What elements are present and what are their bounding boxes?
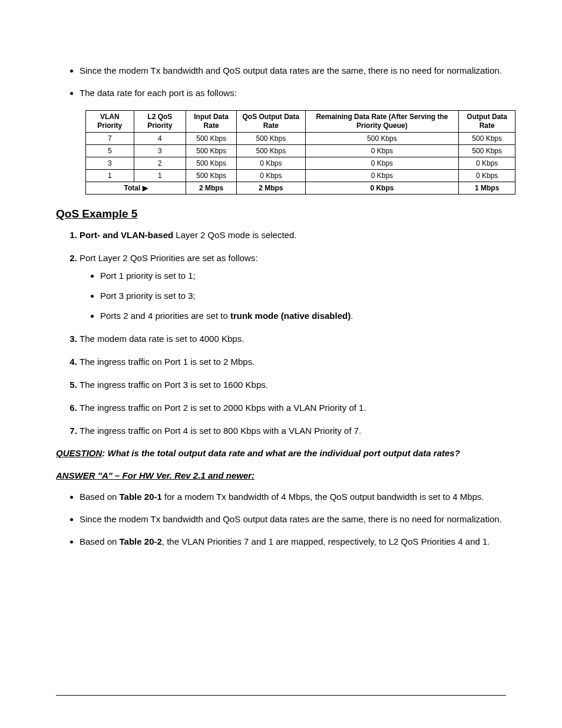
text-bold: Port- and VLAN-based [80, 230, 173, 240]
table-total-row: Total ▶ 2 Mbps 2 Mbps 0 Kbps 1 Mbps [86, 182, 515, 194]
cell: 1 [134, 169, 186, 182]
cell: 0 Kbps [237, 157, 305, 169]
text-bold: trunk mode (native disabled) [230, 311, 351, 321]
bullet-item: Since the modem Tx bandwidth and QoS out… [80, 513, 506, 525]
cell: 0 Kbps [305, 169, 459, 182]
total-cell: 0 Kbps [305, 182, 459, 194]
cell: 0 Kbps [305, 144, 459, 157]
col-remaining-rate: Remaining Data Rate (After Serving the P… [305, 110, 459, 132]
col-output-rate: Output Data Rate [459, 110, 515, 132]
cell: 0 Kbps [459, 169, 515, 182]
cell: 3 [134, 144, 186, 157]
text: Ports 2 and 4 priorities are set to [100, 311, 230, 321]
total-label: Total ▶ [86, 182, 186, 194]
answer-heading: ANSWER "A" – For HW Ver. Rev 2.1 and new… [56, 470, 506, 480]
table-row: 3 2 500 Kbps 0 Kbps 0 Kbps 0 Kbps [86, 157, 515, 169]
cell: 500 Kbps [237, 132, 305, 144]
total-cell: 1 Mbps [459, 182, 515, 194]
text: . [351, 311, 353, 321]
cell: 0 Kbps [305, 157, 459, 169]
col-vlan-priority: VLAN Priority [86, 110, 134, 132]
text-bold: Table 20-2 [120, 536, 162, 546]
top-bullet-list: Since the modem Tx bandwidth and QoS out… [80, 65, 506, 100]
numbered-list: Port- and VLAN-based Layer 2 QoS mode is… [80, 229, 506, 437]
list-item: The ingress traffic on Port 4 is set to … [80, 424, 506, 437]
sub-bullet-item: Ports 2 and 4 priorities are set to trun… [100, 310, 506, 322]
bullet-item: Based on Table 20-2, the VLAN Priorities… [80, 536, 506, 548]
table-row: 1 1 500 Kbps 0 Kbps 0 Kbps 0 Kbps [86, 169, 515, 182]
bullet-item: Since the modem Tx bandwidth and QoS out… [80, 65, 506, 77]
col-l2-qos-priority: L2 QoS Priority [134, 110, 186, 132]
list-item: The ingress traffic on Port 3 is set to … [80, 378, 506, 391]
total-cell: 2 Mbps [237, 182, 305, 194]
list-item: The modem data rate is set to 4000 Kbps. [80, 332, 506, 345]
cell: 0 Kbps [459, 157, 515, 169]
cell: 500 Kbps [237, 144, 305, 157]
answer-bullet-list: Based on Table 20-1 for a modem Tx bandw… [80, 491, 506, 548]
text: Layer 2 QoS mode is selected. [173, 230, 296, 240]
list-item: The ingress traffic on Port 2 is set to … [80, 401, 506, 414]
table-header-row: VLAN Priority L2 QoS Priority Input Data… [86, 110, 515, 132]
text: Port Layer 2 QoS Priorities are set as f… [80, 253, 258, 263]
bullet-item: The data rate for each port is as follow… [80, 87, 506, 99]
cell: 500 Kbps [186, 157, 237, 169]
cell: 500 Kbps [186, 132, 237, 144]
cell: 500 Kbps [459, 132, 515, 144]
cell: 3 [86, 157, 134, 169]
text: for a modem Tx bandwidth of 4 Mbps, the … [162, 492, 484, 502]
col-input-rate: Input Data Rate [186, 110, 237, 132]
text: Based on [80, 536, 120, 546]
sub-bullet-item: Port 1 priority is set to 1; [100, 270, 506, 282]
cell: 500 Kbps [459, 144, 515, 157]
total-cell: 2 Mbps [186, 182, 237, 194]
sub-bullet-item: Port 3 priority is set to 3; [100, 290, 506, 302]
text-bold: Table 20-1 [120, 492, 162, 502]
footer-rule [56, 695, 506, 696]
document-page: Since the modem Tx bandwidth and QoS out… [0, 0, 562, 728]
table-row: 5 3 500 Kbps 500 Kbps 0 Kbps 500 Kbps [86, 144, 515, 157]
bullet-item: Based on Table 20-1 for a modem Tx bandw… [80, 491, 506, 503]
list-item: Port Layer 2 QoS Priorities are set as f… [80, 252, 506, 322]
question-label: QUESTION [56, 448, 102, 458]
sub-bullet-list: Port 1 priority is set to 1; Port 3 prio… [100, 270, 506, 322]
cell: 7 [86, 132, 134, 144]
question-text: : What is the total output data rate and… [102, 448, 460, 458]
cell: 5 [86, 144, 134, 157]
cell: 0 Kbps [237, 169, 305, 182]
cell: 4 [134, 132, 186, 144]
cell: 2 [134, 157, 186, 169]
text: , the VLAN Priorities 7 and 1 are mapped… [162, 536, 490, 546]
cell: 1 [86, 169, 134, 182]
table-row: 7 4 500 Kbps 500 Kbps 500 Kbps 500 Kbps [86, 132, 515, 144]
col-qos-output-rate: QoS Output Data Rate [237, 110, 305, 132]
text: Based on [80, 492, 120, 502]
question-block: QUESTION: What is the total output data … [56, 447, 506, 459]
cell: 500 Kbps [305, 132, 459, 144]
data-rate-table: VLAN Priority L2 QoS Priority Input Data… [85, 110, 515, 195]
list-item: The ingress traffic on Port 1 is set to … [80, 355, 506, 368]
cell: 500 Kbps [186, 169, 237, 182]
section-heading: QoS Example 5 [56, 207, 506, 220]
list-item: Port- and VLAN-based Layer 2 QoS mode is… [80, 229, 506, 241]
cell: 500 Kbps [186, 144, 237, 157]
